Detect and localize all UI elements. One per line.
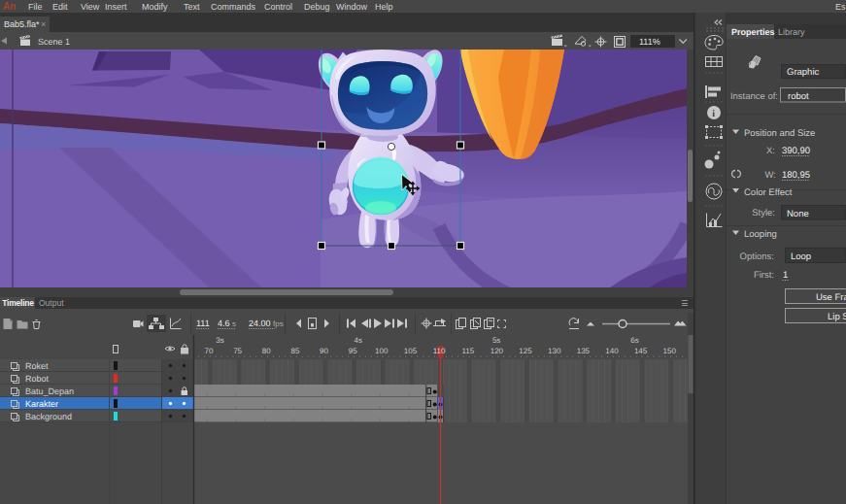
svg-text:85: 85 [290,347,299,355]
svg-text:Robot: Robot [25,374,50,384]
svg-text:Instance of:: Instance of: [730,91,778,102]
svg-text:Lip S: Lip S [828,312,846,322]
svg-text:4s: 4s [355,336,362,345]
svg-text:150: 150 [663,347,677,355]
svg-text:390,90: 390,90 [782,146,810,156]
svg-text:140: 140 [605,347,619,355]
svg-text:180,95: 180,95 [782,170,810,181]
svg-text:105: 105 [404,347,418,355]
svg-text:Loop: Loop [791,252,811,262]
svg-text:90: 90 [320,347,328,355]
svg-text:None: None [787,209,809,219]
svg-text:Options:: Options: [740,252,774,262]
svg-text:Color Effect: Color Effect [744,187,793,198]
svg-text:1: 1 [783,270,788,281]
svg-text:Use Fra: Use Fra [816,292,846,303]
svg-text:Batu_Depan: Batu_Depan [25,386,74,396]
svg-text:100: 100 [375,347,389,355]
svg-text:Position and Size: Position and Size [744,128,815,139]
svg-text:145: 145 [634,347,648,355]
svg-text:3s: 3s [216,336,223,345]
svg-text:robot: robot [788,91,809,102]
svg-text:125: 125 [519,347,532,355]
svg-text:110: 110 [433,347,446,355]
svg-text:Style:: Style: [752,208,775,218]
svg-text:i: i [712,109,715,119]
svg-text:80: 80 [262,347,271,355]
svg-text:Looping: Looping [744,229,777,240]
svg-text:6s: 6s [630,336,638,345]
svg-text:75: 75 [233,347,242,355]
svg-text:Library: Library [778,27,805,37]
svg-text:First:: First: [754,270,774,281]
svg-text:24.00 fps: 24.00 fps [249,319,284,328]
svg-text:4.6 s: 4.6 s [218,319,236,328]
svg-text:Scene 1: Scene 1 [38,37,70,47]
svg-text:Graphic: Graphic [787,67,820,78]
svg-text:Karakter: Karakter [25,399,58,409]
svg-text:111: 111 [196,319,210,328]
svg-text:Properties: Properties [731,27,775,37]
svg-text:115: 115 [461,347,474,355]
svg-text:70: 70 [204,347,213,355]
svg-text:95: 95 [349,347,357,355]
svg-text:X:: X: [766,146,775,156]
svg-text:Background: Background [25,412,72,421]
svg-text:W:: W: [765,170,776,181]
svg-text:130: 130 [548,347,561,355]
svg-text:120: 120 [491,347,504,355]
svg-text:5s: 5s [492,336,500,345]
svg-text:135: 135 [577,347,591,355]
svg-text:Roket: Roket [25,361,49,371]
svg-text:111%: 111% [639,37,660,47]
